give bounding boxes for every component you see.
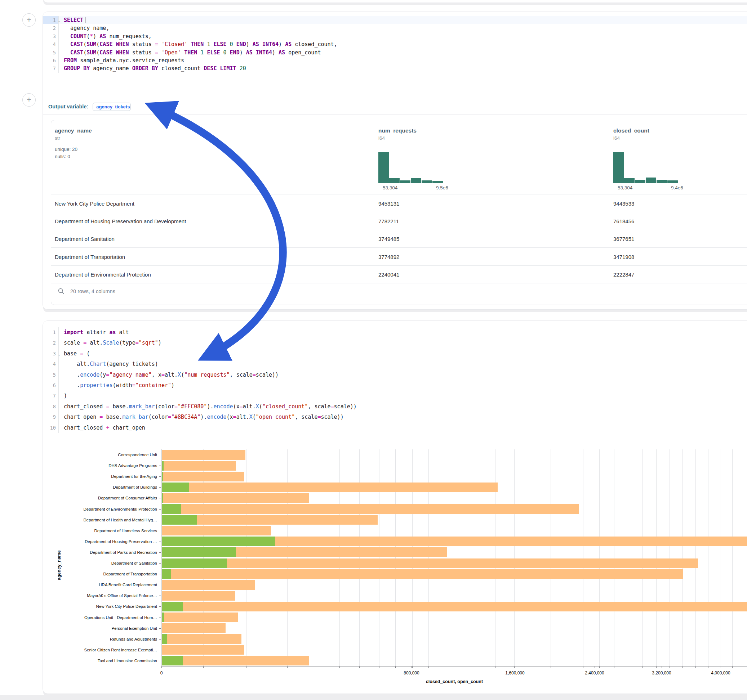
- fold-chevron-icon[interactable]: ⌄: [58, 17, 60, 24]
- x-minor-tick: [696, 667, 696, 668]
- gridline: [708, 450, 708, 666]
- histogram-max-label: 9.4e6: [671, 185, 683, 190]
- output-variable-badge[interactable]: agency_tickets: [92, 103, 131, 111]
- cell-num-requests: 2240041: [378, 272, 399, 278]
- code-text: CAST(SUM(CASE WHEN status = 'Open' THEN …: [59, 48, 321, 57]
- x-minor-tick: [246, 667, 246, 668]
- x-tick-label: 4,000,000: [711, 670, 730, 676]
- bar-closed-count: [162, 580, 255, 590]
- code-text: FROM sample_data.nyc.service_requests: [59, 57, 184, 65]
- line-number: 7: [43, 65, 59, 72]
- gridline: [203, 450, 204, 666]
- bar-open-count: [162, 569, 171, 579]
- code-line[interactable]: 4 CAST(SUM(CASE WHEN status = 'Closed' T…: [43, 40, 747, 48]
- output-variable-label: Output variable:: [48, 104, 88, 109]
- histogram-bar: [624, 178, 635, 183]
- x-minor-tick: [583, 667, 584, 668]
- bar-closed-count: [162, 612, 238, 622]
- column-header-num-requests: num_requests i64: [378, 127, 417, 141]
- category-label: Department for the Aging: [111, 474, 157, 478]
- y-tick: [159, 639, 161, 640]
- code-text: agency_name,: [59, 24, 109, 32]
- category-label: Personal Exemption Unit: [111, 626, 157, 631]
- table-rows-bottom-border: [51, 283, 747, 284]
- y-tick: [159, 574, 161, 574]
- code-line[interactable]: 3 COUNT(*) AS num_requests,: [43, 32, 747, 40]
- cell-num-requests: 7782211: [378, 218, 399, 224]
- category-label: Correspondence Unit: [118, 453, 157, 457]
- x-tick-label: 1,600,000: [505, 670, 524, 676]
- sql-code-editor[interactable]: 1⌄SELECT2 agency_name,3 COUNT(*) AS num_…: [43, 16, 747, 73]
- x-minor-tick: [643, 667, 643, 668]
- row-count-label: 20 rows, 4 columns: [70, 288, 115, 294]
- x-minor-tick: [475, 667, 475, 668]
- x-minor-tick: [495, 667, 496, 668]
- y-tick: [159, 498, 161, 498]
- y-tick: [159, 455, 161, 455]
- cell-num-requests: 9453131: [378, 200, 399, 206]
- category-label: Department of Sanitation: [111, 561, 157, 565]
- x-tick-label: 0: [160, 670, 163, 676]
- column-header-agency-name: agency_name str unique: 20 nulls: 0: [55, 127, 92, 160]
- code-line[interactable]: 6FROM sample_data.nyc.service_requests: [43, 57, 747, 65]
- gridline: [533, 450, 533, 666]
- y-tick: [159, 617, 161, 618]
- altair-chart: Correspondence UnitDHS Advantage Program…: [43, 321, 747, 694]
- y-tick: [159, 487, 161, 487]
- y-tick: [159, 466, 161, 466]
- dataframe-preview-panel[interactable]: agency_name str unique: 20 nulls: 0 num_…: [51, 120, 747, 305]
- x-minor-tick: [682, 667, 683, 668]
- x-minor-tick: [412, 667, 413, 668]
- cell-closed-count: 2222847: [613, 272, 634, 278]
- bar-closed-count: [162, 558, 698, 568]
- y-tick: [159, 628, 161, 629]
- bar-open-count: [162, 515, 197, 525]
- sql-cell-card: 1⌄SELECT2 agency_name,3 COUNT(*) AS num_…: [42, 12, 747, 310]
- gridline: [246, 450, 246, 666]
- y-axis-title: agency_name: [57, 550, 62, 580]
- table-row: Department of Environmental Protection22…: [51, 266, 747, 284]
- histogram-max-label: 9.5e6: [436, 185, 448, 190]
- gridline: [359, 450, 360, 666]
- histogram-bar: [378, 152, 389, 183]
- bar-open-count: [162, 472, 163, 481]
- code-line[interactable]: 7GROUP BY agency_name ORDER BY closed_co…: [43, 65, 747, 72]
- y-tick: [159, 606, 161, 607]
- gridline: [395, 450, 396, 666]
- code-line[interactable]: 2 agency_name,: [43, 24, 747, 32]
- bar-open-count: [162, 483, 189, 492]
- x-minor-tick: [614, 667, 614, 668]
- add-cell-button-output[interactable]: +: [22, 93, 36, 107]
- table-row: Department of Sanitation37494853677651: [51, 230, 747, 248]
- bar-closed-count: [162, 493, 309, 503]
- divider: [43, 115, 747, 115]
- x-minor-tick: [459, 667, 459, 668]
- gridline: [550, 450, 551, 666]
- search-icon[interactable]: [57, 288, 65, 294]
- cell-closed-count: 3471908: [613, 253, 634, 259]
- gridline: [670, 450, 670, 666]
- histogram-bar: [656, 180, 667, 183]
- category-label: Mayorâ€ s Office of Special Enforce…: [87, 593, 157, 598]
- histogram-bar: [422, 180, 432, 183]
- x-minor-tick: [720, 667, 720, 668]
- x-minor-tick: [444, 667, 444, 668]
- x-tick-label: 800,000: [404, 670, 419, 676]
- bar-open-count: [162, 493, 163, 503]
- x-minor-tick: [670, 667, 670, 668]
- histogram-bar: [667, 180, 678, 183]
- column-dtype: i64: [613, 136, 649, 141]
- gridline: [696, 450, 696, 666]
- y-tick: [159, 585, 161, 585]
- x-tick: [162, 667, 162, 668]
- notebook-page: + + 1⌄SELECT2 agency_name,3 COUNT(*) AS …: [0, 0, 747, 700]
- column-dtype: i64: [378, 136, 417, 141]
- bar-closed-count: [162, 656, 309, 665]
- bar-open-count: [162, 537, 275, 546]
- code-line[interactable]: 1⌄SELECT: [43, 16, 747, 24]
- canvas-edge: [0, 695, 747, 700]
- gridline: [428, 450, 429, 666]
- code-line[interactable]: 5 CAST(SUM(CASE WHEN status = 'Open' THE…: [43, 48, 747, 57]
- add-cell-button-top[interactable]: +: [22, 13, 36, 27]
- cell-agency-name: Department of Housing Preservation and D…: [55, 218, 186, 224]
